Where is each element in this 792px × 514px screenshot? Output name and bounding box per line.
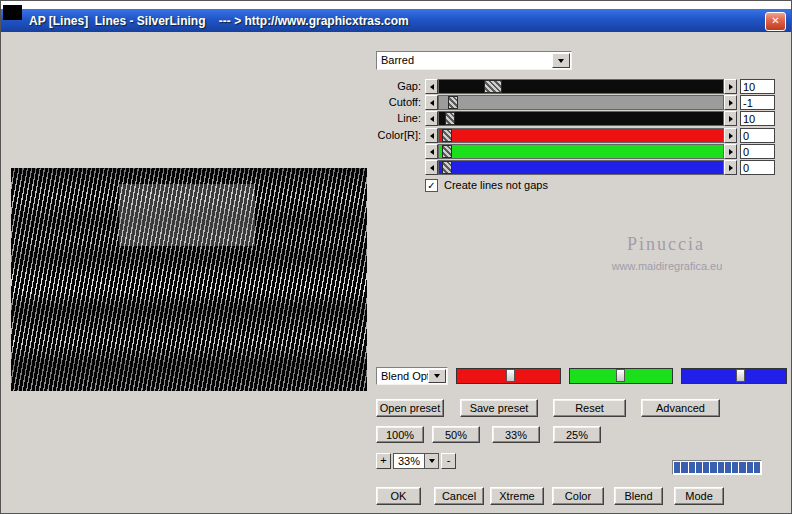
color-b-value-field[interactable] [740, 160, 775, 175]
chevron-down-icon [434, 374, 440, 378]
open-preset-button[interactable]: Open preset [376, 399, 444, 417]
slider-label: Cutoff: [369, 96, 421, 108]
gap-slider-track[interactable] [438, 79, 724, 94]
line-value-field[interactable] [740, 111, 775, 126]
arrow-left-button[interactable] [425, 79, 438, 94]
progress-segment [747, 462, 753, 473]
arrow-left-button[interactable] [425, 111, 438, 126]
reset-button[interactable]: Reset [553, 399, 626, 417]
color-button[interactable]: Color [552, 487, 604, 505]
arrow-right-icon [729, 149, 733, 155]
pattern-dropdown[interactable]: Barred [376, 51, 572, 70]
color-g-slider-track[interactable] [438, 144, 724, 159]
color-r-slider[interactable] [425, 128, 737, 143]
pattern-dropdown-value: Barred [381, 54, 414, 66]
color-r-value-field[interactable] [740, 128, 775, 143]
close-button[interactable]: ✕ [765, 12, 786, 31]
arrow-left-icon [430, 165, 434, 171]
progress-segment [732, 462, 738, 473]
cutoff-slider-thumb[interactable] [448, 96, 458, 109]
pattern-dropdown-arrow-button[interactable] [552, 53, 570, 68]
create-lines-checkbox-label: Create lines not gaps [444, 179, 548, 191]
zoom-33-button[interactable]: 33% [492, 426, 540, 443]
line-slider[interactable] [425, 111, 737, 126]
preview-image[interactable] [11, 168, 367, 391]
cutoff-slider[interactable] [425, 95, 737, 110]
color-g-slider-thumb[interactable] [442, 145, 452, 158]
app-icon [3, 5, 22, 20]
arrow-left-button[interactable] [425, 144, 438, 159]
progress-segment [754, 462, 760, 473]
blend-button[interactable]: Blend [614, 487, 663, 505]
line-slider-thumb[interactable] [445, 112, 455, 125]
advanced-button[interactable]: Advanced [641, 399, 720, 417]
zoom-50-button[interactable]: 50% [432, 426, 480, 443]
arrow-right-button[interactable] [724, 111, 737, 126]
arrow-right-button[interactable] [724, 128, 737, 143]
progress-bar [672, 460, 762, 475]
gap-value-field[interactable] [740, 79, 775, 94]
arrow-left-button[interactable] [425, 128, 438, 143]
arrow-left-icon [430, 149, 434, 155]
close-icon: ✕ [771, 15, 779, 26]
gap-slider-thumb[interactable] [484, 80, 502, 93]
progress-segment [718, 462, 724, 473]
color-b-slider[interactable] [425, 160, 737, 175]
zoom-25-button[interactable]: 25% [553, 426, 601, 443]
progress-segment [681, 462, 687, 473]
zoom-100-button[interactable]: 100% [376, 426, 424, 443]
color-r-slider-thumb[interactable] [442, 129, 452, 142]
progress-segment [725, 462, 731, 473]
cutoff-value-field[interactable] [740, 95, 775, 110]
arrow-left-icon [430, 100, 434, 106]
cutoff-slider-track[interactable] [438, 95, 724, 110]
plugin-window: AP [Lines] Lines - SilverLining --- > ht… [0, 0, 792, 514]
arrow-left-button[interactable] [425, 160, 438, 175]
create-lines-checkbox[interactable]: ✓ [425, 179, 438, 192]
color-g-value-field[interactable] [740, 144, 775, 159]
progress-segment [739, 462, 745, 473]
blend-red-slider[interactable] [456, 368, 561, 384]
color-b-slider-thumb[interactable] [442, 161, 452, 174]
arrow-left-button[interactable] [425, 95, 438, 110]
zoom-minus-button[interactable]: - [441, 453, 456, 469]
blend-red-slider-thumb[interactable] [506, 369, 515, 382]
arrow-right-icon [729, 165, 733, 171]
zoom-level-value: 33% [398, 455, 420, 467]
arrow-right-button[interactable] [724, 144, 737, 159]
zoom-plus-button[interactable]: + [376, 453, 391, 469]
checkmark-icon: ✓ [427, 180, 435, 191]
cancel-button[interactable]: Cancel [434, 487, 484, 505]
zoom-level-arrow-button[interactable] [424, 454, 438, 468]
title-bar[interactable]: AP [Lines] Lines - SilverLining --- > ht… [1, 9, 791, 32]
color-b-slider-track[interactable] [438, 160, 724, 175]
line-slider-track[interactable] [438, 111, 724, 126]
arrow-right-button[interactable] [724, 79, 737, 94]
blend-green-slider[interactable] [569, 368, 673, 384]
blend-options-dropdown-arrow-button[interactable] [428, 369, 446, 383]
slider-row-cutoff: Cutoff: [369, 95, 779, 110]
arrow-right-button[interactable] [724, 160, 737, 175]
slider-row-color-b [369, 160, 779, 175]
chevron-down-icon [558, 59, 564, 63]
slider-label: Gap: [369, 80, 421, 92]
arrow-right-icon [729, 116, 733, 122]
color-r-slider-track[interactable] [438, 128, 724, 143]
save-preset-button[interactable]: Save preset [460, 399, 538, 417]
ok-button[interactable]: OK [376, 487, 421, 505]
arrow-right-button[interactable] [724, 95, 737, 110]
zoom-level-dropdown[interactable]: 33% [393, 453, 439, 469]
slider-label: Line: [369, 112, 421, 124]
progress-segment [696, 462, 702, 473]
slider-row-gap: Gap: [369, 79, 779, 94]
blend-green-slider-thumb[interactable] [616, 369, 625, 382]
blend-blue-slider[interactable] [681, 368, 787, 384]
mode-button[interactable]: Mode [674, 487, 724, 505]
color-g-slider[interactable] [425, 144, 737, 159]
progress-segment [689, 462, 695, 473]
gap-slider[interactable] [425, 79, 737, 94]
blend-options-dropdown[interactable]: Blend Opti [376, 367, 448, 385]
arrow-right-icon [729, 133, 733, 139]
xtreme-button[interactable]: Xtreme [490, 487, 544, 505]
blend-blue-slider-thumb[interactable] [736, 369, 745, 382]
